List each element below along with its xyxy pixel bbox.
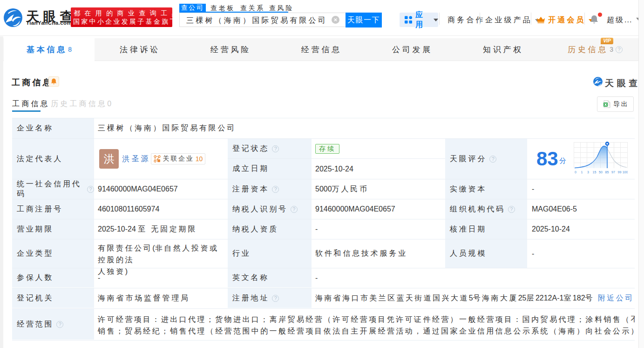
svg-text:50: 50 xyxy=(599,171,603,174)
svg-text:3: 3 xyxy=(587,171,589,174)
svg-text:0: 0 xyxy=(575,171,576,174)
svg-text:100: 100 xyxy=(623,171,628,174)
svg-text:85: 85 xyxy=(605,171,609,174)
svg-text:15: 15 xyxy=(593,171,597,174)
svg-text:1: 1 xyxy=(581,171,583,174)
svg-text:97: 97 xyxy=(611,171,615,174)
svg-text:99: 99 xyxy=(618,171,622,174)
